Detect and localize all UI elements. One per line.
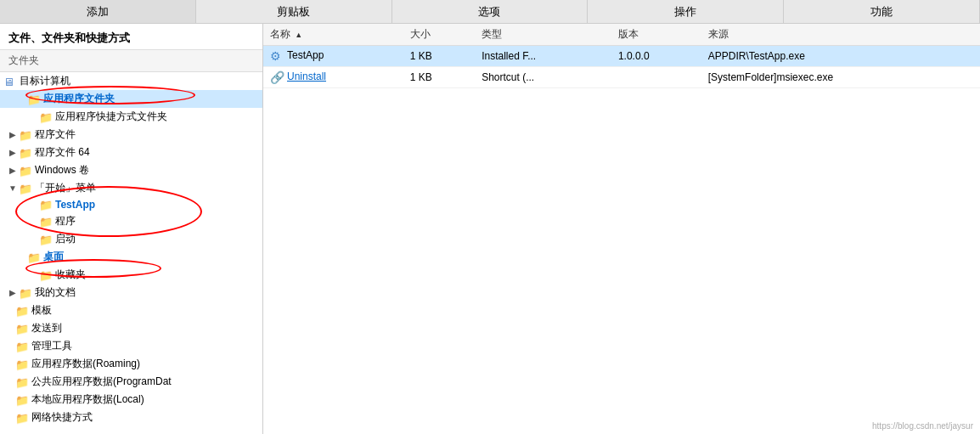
tree-label-start-menu: 「开始」菜单 [35, 181, 96, 195]
folder-icon-program-files-64: 📁 [19, 147, 32, 159]
tree-label-network-shortcuts: 网络快捷方式 [31, 410, 93, 425]
table-header-row: 名称 ▲ 大小 类型 版本 来源 [263, 24, 980, 46]
tree-label-target-computer: 目标计算机 [20, 74, 70, 88]
tree-label-app-shortcut-folder: 应用程序快捷方式文件夹 [55, 110, 167, 124]
tab-add[interactable]: 添加 [0, 0, 196, 23]
tree-label-local-appdata: 本地应用程序数据(Local) [31, 392, 144, 407]
tree-item-program-files-64[interactable]: ▶ 📁 程序文件 64 [0, 144, 262, 161]
file-size-cell: 1 KB [403, 67, 475, 88]
tree-label-templates: 模板 [31, 303, 52, 318]
arrow-start-menu: ▼ [7, 183, 19, 193]
file-size-cell: 1 KB [403, 46, 475, 67]
tab-options[interactable]: 选项 [392, 0, 589, 23]
folder-icon-local-appdata: 📁 [15, 394, 29, 406]
tree-item-templates[interactable]: 📁 模板 [0, 302, 262, 319]
tree-item-my-documents[interactable]: ▶ 📁 我的文档 [0, 284, 262, 302]
tree-item-windows-volume[interactable]: ▶ 📁 Windows 卷 [0, 161, 262, 179]
file-name-label[interactable]: TestApp [287, 49, 324, 61]
app-file-icon: ⚙ [270, 49, 284, 63]
file-version-cell: 1.0.0.0 [611, 46, 701, 67]
tab-clipboard[interactable]: 剪贴板 [196, 0, 392, 23]
tree-item-target-computer[interactable]: 🖥 目标计算机 [0, 72, 262, 90]
arrow-my-documents: ▶ [7, 288, 19, 297]
file-version-cell [611, 67, 701, 88]
watermark: https://blog.csdn.net/jaysur [872, 421, 973, 431]
tab-bar: 添加 剪贴板 选项 操作 功能 [0, 0, 980, 24]
table-row[interactable]: ⚙TestApp1 KBInstalled F...1.0.0.0APPDIR\… [263, 46, 980, 67]
tree-item-appdata-roaming[interactable]: 📁 应用程序数据(Roaming) [0, 355, 262, 373]
tree-label-send-to: 发送到 [31, 321, 62, 335]
folder-icon-send-to: 📁 [15, 323, 29, 335]
tree-container[interactable]: 🖥 目标计算机 📁 应用程序文件夹 📁 [0, 72, 262, 426]
tab-actions[interactable]: 操作 [588, 0, 784, 23]
folder-icon-program-files: 📁 [19, 129, 32, 141]
tree-item-program-files[interactable]: ▶ 📁 程序文件 [0, 126, 262, 144]
file-type-cell: Shortcut (... [475, 67, 611, 88]
file-source-cell: [SystemFolder]msiexec.exe [701, 67, 980, 88]
left-panel: 文件、文件夹和快捷方式 文件夹 🖥 目标计算机 [0, 24, 263, 434]
table-row[interactable]: 🔗Uninstall1 KBShortcut (...[SystemFolder… [263, 67, 980, 88]
folder-icon-windows-volume: 📁 [19, 165, 32, 177]
tree-label-startup: 启动 [55, 232, 76, 246]
tree-label-appdata-roaming: 应用程序数据(Roaming) [31, 357, 140, 371]
col-header-type[interactable]: 类型 [475, 24, 611, 46]
file-name-cell: ⚙TestApp [263, 46, 403, 67]
tree-label-favorites: 收藏夹 [55, 268, 86, 282]
tree-item-desktop[interactable]: 📁 桌面 [0, 248, 262, 266]
folder-icon-startup: 📁 [39, 234, 53, 245]
arrow-program-files: ▶ [7, 130, 19, 139]
folder-icon-app-folder: 📁 [27, 93, 41, 105]
tree-item-programs[interactable]: 📁 程序 [0, 212, 262, 230]
tree-label-common-appdata: 公共应用程序数据(ProgramDat [31, 375, 172, 389]
col-header-name[interactable]: 名称 ▲ [263, 24, 403, 46]
folder-icon-admin-tools: 📁 [15, 341, 29, 352]
tree-label-program-files: 程序文件 [35, 127, 76, 142]
tree-item-start-menu[interactable]: ▼ 📁 「开始」菜单 [0, 179, 262, 197]
folder-icon-templates: 📁 [15, 305, 29, 317]
col-header-source[interactable]: 来源 [701, 24, 980, 46]
folder-icon-favorites: 📁 [39, 269, 53, 281]
folder-icon-desktop: 📁 [27, 251, 41, 263]
file-name-label[interactable]: Uninstall [287, 70, 326, 82]
tree-item-local-appdata[interactable]: 📁 本地应用程序数据(Local) [0, 391, 262, 409]
tree-label-admin-tools: 管理工具 [31, 339, 72, 353]
tree-item-send-to[interactable]: 📁 发送到 [0, 319, 262, 337]
tree-item-favorites[interactable]: 📁 收藏夹 [0, 266, 262, 284]
folder-icon-network-shortcuts: 📁 [15, 412, 29, 424]
tree-label-testapp-folder: TestApp [55, 199, 95, 211]
folder-icon-my-documents: 📁 [19, 287, 32, 299]
folder-icon-start-menu: 📁 [19, 183, 32, 194]
arrow-windows-volume: ▶ [7, 166, 19, 175]
tree-item-testapp-folder[interactable]: 📁 TestApp [0, 197, 262, 212]
file-type-cell: Installed F... [475, 46, 611, 67]
file-name-cell: 🔗Uninstall [263, 67, 403, 88]
main-layout: 文件、文件夹和快捷方式 文件夹 🖥 目标计算机 [0, 24, 980, 434]
tree-item-admin-tools[interactable]: 📁 管理工具 [0, 337, 262, 355]
col-header-version[interactable]: 版本 [611, 24, 701, 46]
folder-icon-app-shortcut: 📁 [39, 111, 53, 123]
tree-item-startup[interactable]: 📁 启动 [0, 230, 262, 248]
file-source-cell: APPDIR\TestApp.exe [701, 46, 980, 67]
tree-item-app-folder[interactable]: 📁 应用程序文件夹 [0, 90, 262, 108]
folder-section-label: 文件夹 [0, 50, 262, 72]
folder-icon-testapp: 📁 [39, 199, 53, 211]
tree-label-program-files-64: 程序文件 64 [35, 145, 90, 160]
tree-label-programs: 程序 [55, 214, 76, 228]
file-table: 名称 ▲ 大小 类型 版本 来源 [263, 24, 980, 88]
tree-item-app-shortcut-folder[interactable]: 📁 应用程序快捷方式文件夹 [0, 108, 262, 126]
tree-label-my-documents: 我的文档 [35, 285, 76, 300]
col-header-size[interactable]: 大小 [403, 24, 475, 46]
shortcut-file-icon: 🔗 [270, 70, 284, 84]
tree-item-network-shortcuts[interactable]: 📁 网络快捷方式 [0, 409, 262, 426]
left-panel-header: 文件、文件夹和快捷方式 [0, 24, 262, 50]
tree-label-app-folder: 应用程序文件夹 [43, 92, 115, 106]
computer-icon: 🖥 [3, 76, 17, 87]
folder-icon-appdata-roaming: 📁 [15, 358, 29, 370]
right-panel: 名称 ▲ 大小 类型 版本 来源 [263, 24, 980, 434]
tree-item-common-appdata[interactable]: 📁 公共应用程序数据(ProgramDat [0, 373, 262, 391]
folder-icon-common-appdata: 📁 [15, 376, 29, 388]
sort-arrow-name: ▲ [295, 31, 302, 39]
arrow-program-files-64: ▶ [7, 148, 19, 157]
tab-features[interactable]: 功能 [784, 0, 980, 23]
folder-icon-programs: 📁 [39, 216, 53, 228]
